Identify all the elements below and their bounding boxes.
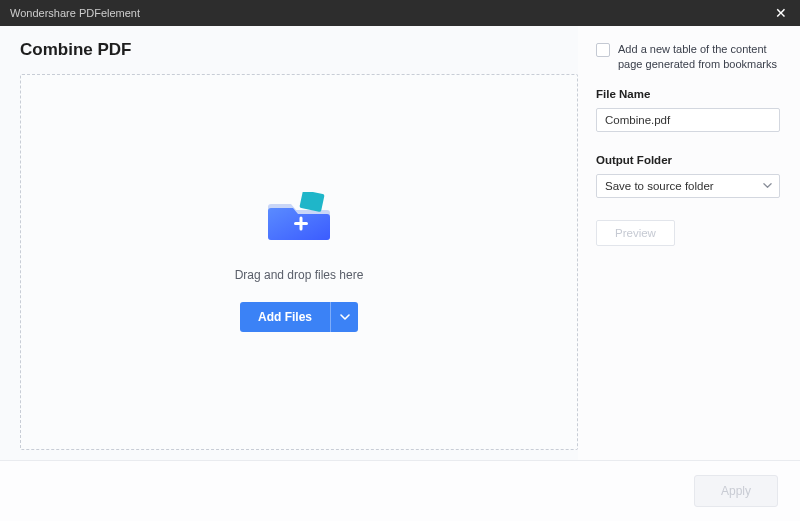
filename-label: File Name [596, 88, 780, 100]
add-folder-icon [267, 192, 331, 242]
output-folder-select[interactable] [596, 174, 780, 198]
window-title: Wondershare PDFelement [10, 7, 140, 19]
close-icon[interactable]: ✕ [772, 5, 790, 21]
apply-button[interactable]: Apply [694, 475, 778, 507]
bookmark-checkbox[interactable] [596, 43, 610, 57]
filename-input[interactable] [596, 108, 780, 132]
content: Combine PDF Drag and dr [0, 26, 800, 460]
preview-button[interactable]: Preview [596, 220, 675, 246]
chevron-down-icon [340, 310, 350, 325]
bookmark-checkbox-label: Add a new table of the content page gene… [618, 42, 780, 72]
right-panel: Add a new table of the content page gene… [578, 26, 800, 460]
dropzone[interactable]: Drag and drop files here Add Files [20, 74, 578, 450]
bookmark-checkbox-row: Add a new table of the content page gene… [596, 42, 780, 72]
titlebar: Wondershare PDFelement ✕ [0, 0, 800, 26]
footer: Apply [0, 460, 800, 521]
output-folder-label: Output Folder [596, 154, 780, 166]
svg-rect-2 [300, 217, 303, 231]
svg-rect-0 [299, 192, 324, 212]
dropzone-hint: Drag and drop files here [235, 268, 364, 282]
add-files-button[interactable]: Add Files [240, 302, 330, 332]
page-title: Combine PDF [20, 40, 578, 60]
output-folder-select-wrap [596, 174, 780, 198]
add-files-group: Add Files [240, 302, 358, 332]
left-panel: Combine PDF Drag and dr [0, 26, 578, 460]
add-files-dropdown[interactable] [330, 302, 358, 332]
